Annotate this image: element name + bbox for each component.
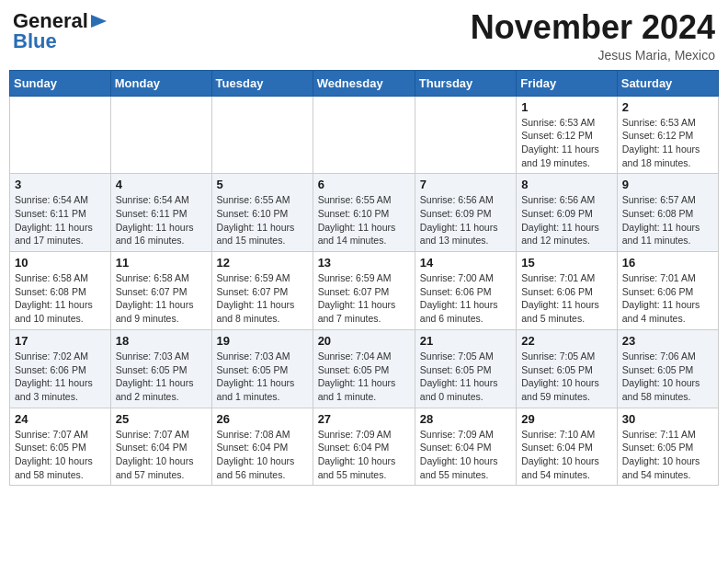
day-number: 4 bbox=[116, 178, 207, 191]
daylight-hours: Daylight: 10 hours and 54 minutes. bbox=[521, 455, 599, 480]
table-row: 25Sunrise: 7:07 AMSunset: 6:04 PMDayligh… bbox=[110, 408, 211, 486]
calendar-week-2: 3Sunrise: 6:54 AMSunset: 6:11 PMDaylight… bbox=[10, 174, 719, 252]
table-row: 8Sunrise: 6:56 AMSunset: 6:09 PMDaylight… bbox=[517, 174, 618, 252]
table-row: 21Sunrise: 7:05 AMSunset: 6:05 PMDayligh… bbox=[415, 329, 516, 408]
day-number: 7 bbox=[420, 178, 511, 191]
day-number: 20 bbox=[318, 334, 410, 348]
daylight-hours: Daylight: 11 hours and 0 minutes. bbox=[420, 377, 498, 402]
table-row bbox=[110, 96, 211, 174]
day-info: Sunrise: 7:03 AMSunset: 6:05 PMDaylight:… bbox=[217, 350, 295, 402]
col-sunday: Sunday bbox=[10, 70, 111, 96]
day-info: Sunrise: 7:10 AMSunset: 6:04 PMDaylight:… bbox=[521, 429, 599, 480]
day-info: Sunrise: 6:53 AMSunset: 6:12 PMDaylight:… bbox=[521, 117, 599, 168]
day-info: Sunrise: 6:56 AMSunset: 6:09 PMDaylight:… bbox=[521, 194, 599, 246]
table-row: 20Sunrise: 7:04 AMSunset: 6:05 PMDayligh… bbox=[313, 329, 415, 408]
daylight-hours: Daylight: 11 hours and 19 minutes. bbox=[521, 144, 599, 168]
day-info: Sunrise: 6:58 AMSunset: 6:08 PMDaylight:… bbox=[15, 272, 93, 324]
day-number: 1 bbox=[521, 100, 612, 114]
table-row: 2Sunrise: 6:53 AMSunset: 6:12 PMDaylight… bbox=[617, 96, 718, 174]
table-row: 18Sunrise: 7:03 AMSunset: 6:05 PMDayligh… bbox=[110, 329, 211, 408]
table-row: 14Sunrise: 7:00 AMSunset: 6:06 PMDayligh… bbox=[415, 252, 516, 330]
day-number: 11 bbox=[116, 256, 207, 270]
daylight-hours: Daylight: 11 hours and 11 minutes. bbox=[622, 222, 700, 247]
day-number: 14 bbox=[420, 256, 511, 270]
logo-flag-icon bbox=[89, 14, 108, 29]
svg-marker-0 bbox=[91, 15, 107, 28]
day-info: Sunrise: 6:56 AMSunset: 6:09 PMDaylight:… bbox=[420, 194, 498, 246]
daylight-hours: Daylight: 11 hours and 16 minutes. bbox=[116, 222, 194, 247]
table-row bbox=[10, 96, 111, 174]
day-info: Sunrise: 6:54 AMSunset: 6:11 PMDaylight:… bbox=[116, 194, 194, 246]
day-number: 22 bbox=[521, 334, 612, 348]
daylight-hours: Daylight: 10 hours and 56 minutes. bbox=[217, 455, 295, 480]
location: Jesus Maria, Mexico bbox=[471, 48, 715, 63]
daylight-hours: Daylight: 11 hours and 1 minutes. bbox=[217, 377, 295, 402]
table-row bbox=[313, 96, 415, 174]
daylight-hours: Daylight: 10 hours and 57 minutes. bbox=[116, 455, 194, 480]
table-row: 6Sunrise: 6:55 AMSunset: 6:10 PMDaylight… bbox=[313, 174, 415, 252]
day-info: Sunrise: 6:59 AMSunset: 6:07 PMDaylight:… bbox=[217, 272, 295, 324]
table-row: 26Sunrise: 7:08 AMSunset: 6:04 PMDayligh… bbox=[211, 408, 313, 486]
daylight-hours: Daylight: 11 hours and 8 minutes. bbox=[217, 299, 295, 324]
daylight-hours: Daylight: 11 hours and 13 minutes. bbox=[420, 222, 498, 247]
day-number: 19 bbox=[217, 334, 308, 348]
logo: General Blue bbox=[13, 9, 108, 53]
day-number: 25 bbox=[116, 412, 207, 426]
table-row: 1Sunrise: 6:53 AMSunset: 6:12 PMDaylight… bbox=[517, 96, 618, 174]
day-info: Sunrise: 6:54 AMSunset: 6:11 PMDaylight:… bbox=[15, 194, 93, 246]
logo-blue: Blue bbox=[13, 29, 57, 53]
day-info: Sunrise: 7:07 AMSunset: 6:05 PMDaylight:… bbox=[15, 429, 93, 480]
table-row: 22Sunrise: 7:05 AMSunset: 6:05 PMDayligh… bbox=[517, 329, 618, 408]
table-row: 13Sunrise: 6:59 AMSunset: 6:07 PMDayligh… bbox=[313, 252, 415, 330]
table-row: 16Sunrise: 7:01 AMSunset: 6:06 PMDayligh… bbox=[617, 252, 718, 330]
table-row: 19Sunrise: 7:03 AMSunset: 6:05 PMDayligh… bbox=[211, 329, 313, 408]
table-row: 29Sunrise: 7:10 AMSunset: 6:04 PMDayligh… bbox=[517, 408, 618, 486]
table-row: 3Sunrise: 6:54 AMSunset: 6:11 PMDaylight… bbox=[10, 174, 111, 252]
table-row: 27Sunrise: 7:09 AMSunset: 6:04 PMDayligh… bbox=[313, 408, 415, 486]
calendar-week-1: 1Sunrise: 6:53 AMSunset: 6:12 PMDaylight… bbox=[10, 96, 719, 174]
day-number: 16 bbox=[622, 256, 713, 270]
day-info: Sunrise: 7:07 AMSunset: 6:04 PMDaylight:… bbox=[116, 429, 194, 480]
calendar-week-5: 24Sunrise: 7:07 AMSunset: 6:05 PMDayligh… bbox=[10, 408, 719, 486]
day-number: 26 bbox=[217, 412, 308, 426]
table-row bbox=[415, 96, 516, 174]
daylight-hours: Daylight: 11 hours and 4 minutes. bbox=[622, 299, 700, 324]
daylight-hours: Daylight: 11 hours and 12 minutes. bbox=[521, 222, 599, 247]
daylight-hours: Daylight: 11 hours and 1 minute. bbox=[318, 377, 396, 402]
day-number: 24 bbox=[15, 412, 106, 426]
day-info: Sunrise: 7:01 AMSunset: 6:06 PMDaylight:… bbox=[622, 272, 700, 324]
day-number: 8 bbox=[521, 178, 612, 191]
day-info: Sunrise: 6:58 AMSunset: 6:07 PMDaylight:… bbox=[116, 272, 194, 324]
daylight-hours: Daylight: 10 hours and 58 minutes. bbox=[15, 455, 93, 480]
table-row: 10Sunrise: 6:58 AMSunset: 6:08 PMDayligh… bbox=[10, 252, 111, 330]
day-number: 18 bbox=[116, 334, 207, 348]
daylight-hours: Daylight: 11 hours and 17 minutes. bbox=[15, 222, 93, 247]
day-info: Sunrise: 7:01 AMSunset: 6:06 PMDaylight:… bbox=[521, 272, 599, 324]
day-info: Sunrise: 6:55 AMSunset: 6:10 PMDaylight:… bbox=[217, 194, 295, 246]
day-number: 5 bbox=[217, 178, 308, 191]
col-friday: Friday bbox=[517, 70, 618, 96]
table-row: 15Sunrise: 7:01 AMSunset: 6:06 PMDayligh… bbox=[517, 252, 618, 330]
day-number: 27 bbox=[318, 412, 410, 426]
table-row: 11Sunrise: 6:58 AMSunset: 6:07 PMDayligh… bbox=[110, 252, 211, 330]
calendar-week-4: 17Sunrise: 7:02 AMSunset: 6:06 PMDayligh… bbox=[10, 329, 719, 408]
page-header: General Blue November 2024 Jesus Maria, … bbox=[9, 9, 719, 63]
daylight-hours: Daylight: 11 hours and 10 minutes. bbox=[15, 299, 93, 324]
calendar-week-3: 10Sunrise: 6:58 AMSunset: 6:08 PMDayligh… bbox=[10, 252, 719, 330]
day-info: Sunrise: 7:06 AMSunset: 6:05 PMDaylight:… bbox=[622, 350, 700, 402]
col-thursday: Thursday bbox=[415, 70, 516, 96]
day-number: 17 bbox=[15, 334, 106, 348]
day-number: 6 bbox=[318, 178, 410, 191]
table-row: 4Sunrise: 6:54 AMSunset: 6:11 PMDaylight… bbox=[110, 174, 211, 252]
day-info: Sunrise: 7:00 AMSunset: 6:06 PMDaylight:… bbox=[420, 272, 498, 324]
day-number: 13 bbox=[318, 256, 410, 270]
daylight-hours: Daylight: 10 hours and 59 minutes. bbox=[521, 377, 599, 402]
daylight-hours: Daylight: 11 hours and 18 minutes. bbox=[622, 144, 700, 168]
table-row: 7Sunrise: 6:56 AMSunset: 6:09 PMDaylight… bbox=[415, 174, 516, 252]
day-info: Sunrise: 6:59 AMSunset: 6:07 PMDaylight:… bbox=[318, 272, 396, 324]
col-monday: Monday bbox=[110, 70, 211, 96]
day-info: Sunrise: 6:55 AMSunset: 6:10 PMDaylight:… bbox=[318, 194, 396, 246]
daylight-hours: Daylight: 10 hours and 55 minutes. bbox=[318, 455, 396, 480]
day-number: 12 bbox=[217, 256, 308, 270]
day-info: Sunrise: 7:05 AMSunset: 6:05 PMDaylight:… bbox=[521, 350, 599, 402]
